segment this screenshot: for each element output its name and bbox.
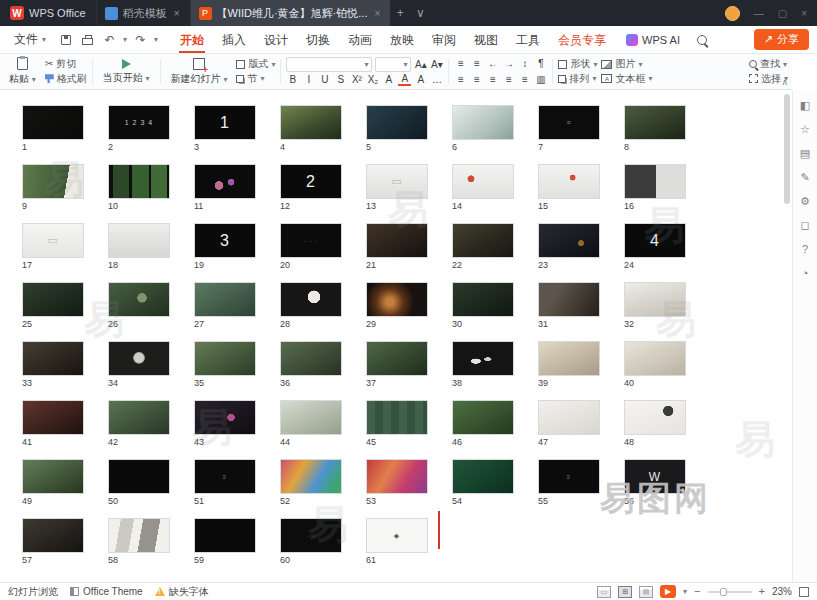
slide-cell[interactable]: 40 xyxy=(624,341,686,388)
slide-thumbnail[interactable]: 4 xyxy=(624,223,686,258)
slide-thumbnail[interactable] xyxy=(538,400,600,435)
slide-thumbnail[interactable]: W xyxy=(624,459,686,494)
slide-cell[interactable]: 53 xyxy=(366,459,428,506)
slide-thumbnail[interactable]: ≡ xyxy=(538,105,600,140)
new-tab-button[interactable]: + xyxy=(390,0,410,26)
share-button[interactable]: ↗ 分享 xyxy=(754,29,809,50)
ribbon-tab-animation[interactable]: 动画 xyxy=(339,27,381,53)
slide-cell[interactable]: ≡51 xyxy=(194,459,256,506)
slide-thumbnail[interactable] xyxy=(452,400,514,435)
slide-thumbnail[interactable] xyxy=(280,400,342,435)
slide-thumbnail[interactable] xyxy=(538,341,600,376)
user-avatar[interactable] xyxy=(725,6,740,21)
slide-thumbnail[interactable]: · · · xyxy=(280,223,342,258)
zoom-slider[interactable] xyxy=(708,591,752,593)
highlight-button[interactable]: A xyxy=(414,73,427,87)
superscript-button[interactable]: X² xyxy=(350,73,363,87)
columns-button[interactable]: ▥ xyxy=(534,72,547,86)
slide-cell[interactable]: 5 xyxy=(366,105,428,152)
slide-cell[interactable]: 11 xyxy=(194,164,256,211)
slide-thumbnail[interactable] xyxy=(538,282,600,317)
slide-cell[interactable]: 27 xyxy=(194,282,256,329)
ribbon-tab-design[interactable]: 设计 xyxy=(255,27,297,53)
find-button[interactable]: 查找▾ xyxy=(749,57,788,71)
slide-cell[interactable]: 319 xyxy=(194,223,256,270)
scrollbar-thumb[interactable] xyxy=(784,94,790,204)
slide-thumbnail[interactable]: · · xyxy=(280,518,342,553)
slide-cell[interactable]: 28 xyxy=(280,282,342,329)
slide-thumbnail[interactable] xyxy=(452,459,514,494)
slide-thumbnail[interactable] xyxy=(280,105,342,140)
slide-cell[interactable]: ≡55 xyxy=(538,459,600,506)
slide-cell[interactable]: 59 xyxy=(194,518,256,565)
arrange-button[interactable]: 排列▾ xyxy=(558,72,597,86)
ribbon-tab-review[interactable]: 审阅 xyxy=(423,27,465,53)
indent-button[interactable]: → xyxy=(502,57,515,71)
justify-button[interactable]: ≡ xyxy=(502,72,515,86)
shape-button[interactable]: 形状▾ xyxy=(558,57,597,71)
slide-cell[interactable]: 35 xyxy=(194,341,256,388)
redo-button[interactable]: ↷ xyxy=(132,31,149,48)
slide-cell[interactable]: 41 xyxy=(22,400,84,447)
slide-cell[interactable]: ◈61 xyxy=(366,518,428,565)
slide-thumbnail[interactable] xyxy=(366,459,428,494)
slide-cell[interactable]: 48 xyxy=(624,400,686,447)
slideshow-play-button[interactable]: ▶ xyxy=(660,585,676,598)
slide-cell[interactable]: ▭17 xyxy=(22,223,84,270)
slide-thumbnail[interactable] xyxy=(22,341,84,376)
slide-cell[interactable]: 22 xyxy=(452,223,514,270)
slide-thumbnail[interactable] xyxy=(624,282,686,317)
tab-list-button[interactable]: ∨ xyxy=(410,0,430,26)
slide-cell[interactable]: 42 xyxy=(108,400,170,447)
slide-thumbnail[interactable] xyxy=(194,164,256,199)
missing-fonts-warning[interactable]: 缺失字体 xyxy=(155,585,209,599)
slide-thumbnail[interactable] xyxy=(22,518,84,553)
zoom-out-button[interactable]: − xyxy=(694,586,700,597)
subscript-button[interactable]: X₂ xyxy=(366,73,379,87)
font-name-select[interactable]: ▾ xyxy=(286,57,372,72)
slide-thumbnail[interactable]: ▭ xyxy=(366,164,428,199)
line-spacing-button[interactable]: ↕ xyxy=(518,57,531,71)
slide-cell[interactable]: 212 xyxy=(280,164,342,211)
panel-skin-icon[interactable]: ◧ xyxy=(800,100,810,111)
panel-contact-icon[interactable]: ◔ xyxy=(802,268,809,279)
slide-cell[interactable]: 10 xyxy=(108,164,170,211)
slide-cell[interactable]: 23 xyxy=(538,223,600,270)
slide-thumbnail[interactable] xyxy=(108,341,170,376)
slide-thumbnail[interactable] xyxy=(280,459,342,494)
theme-indicator[interactable]: Office Theme xyxy=(70,586,143,597)
file-menu-button[interactable]: 文件 ▾ xyxy=(8,31,52,48)
slide-thumbnail[interactable] xyxy=(108,282,170,317)
reading-view-button[interactable]: ▤ xyxy=(639,586,653,598)
text-direction-button[interactable]: ¶ xyxy=(534,57,547,71)
undo-button[interactable]: ↶ xyxy=(101,31,118,48)
slide-thumbnail[interactable]: 3 xyxy=(194,223,256,258)
slide-sorter-area[interactable]: 11 2 3 4213456≡7891011212▭13141516▭17183… xyxy=(0,90,792,582)
slide-cell[interactable]: 25 xyxy=(22,282,84,329)
slide-thumbnail[interactable] xyxy=(108,223,170,258)
slide-cell[interactable]: 46 xyxy=(452,400,514,447)
play-from-current-button[interactable]: 当页开始 ▾ xyxy=(98,56,155,87)
clear-format-button[interactable]: A xyxy=(382,73,395,87)
fit-window-icon[interactable] xyxy=(799,587,809,597)
slide-cell[interactable]: ≡7 xyxy=(538,105,600,152)
panel-comment-icon[interactable]: ◻ xyxy=(800,220,809,231)
search-icon[interactable] xyxy=(697,35,707,45)
align-center-button[interactable]: ≡ xyxy=(470,72,483,86)
slide-cell[interactable]: 36 xyxy=(280,341,342,388)
ribbon-tab-tools[interactable]: 工具 xyxy=(507,27,549,53)
slide-cell[interactable]: 29 xyxy=(366,282,428,329)
slide-thumbnail[interactable] xyxy=(538,164,600,199)
more-text-button[interactable]: … xyxy=(430,73,443,87)
decrease-font-button[interactable]: A▾ xyxy=(430,57,443,71)
slide-cell[interactable]: 57 xyxy=(22,518,84,565)
slide-cell[interactable]: 30 xyxy=(452,282,514,329)
panel-material-icon[interactable]: ▤ xyxy=(800,148,810,159)
slide-cell[interactable]: 54 xyxy=(452,459,514,506)
slide-cell[interactable]: · · ·20 xyxy=(280,223,342,270)
italic-button[interactable]: I xyxy=(302,73,315,87)
slide-cell[interactable]: ▭13 xyxy=(366,164,428,211)
distribute-button[interactable]: ≡ xyxy=(518,72,531,86)
tab-close-icon[interactable]: × xyxy=(172,8,182,19)
ribbon-tab-slideshow[interactable]: 放映 xyxy=(381,27,423,53)
